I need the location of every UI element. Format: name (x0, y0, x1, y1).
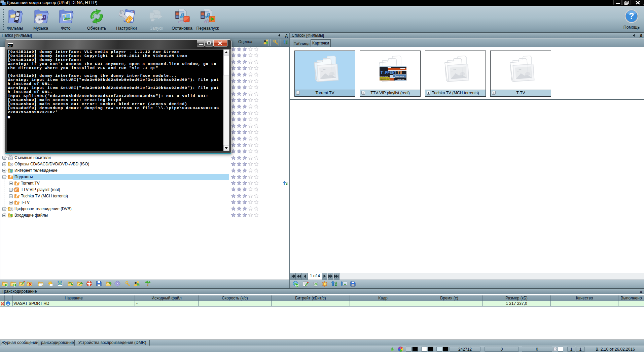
svg-text:?: ? (629, 11, 634, 21)
